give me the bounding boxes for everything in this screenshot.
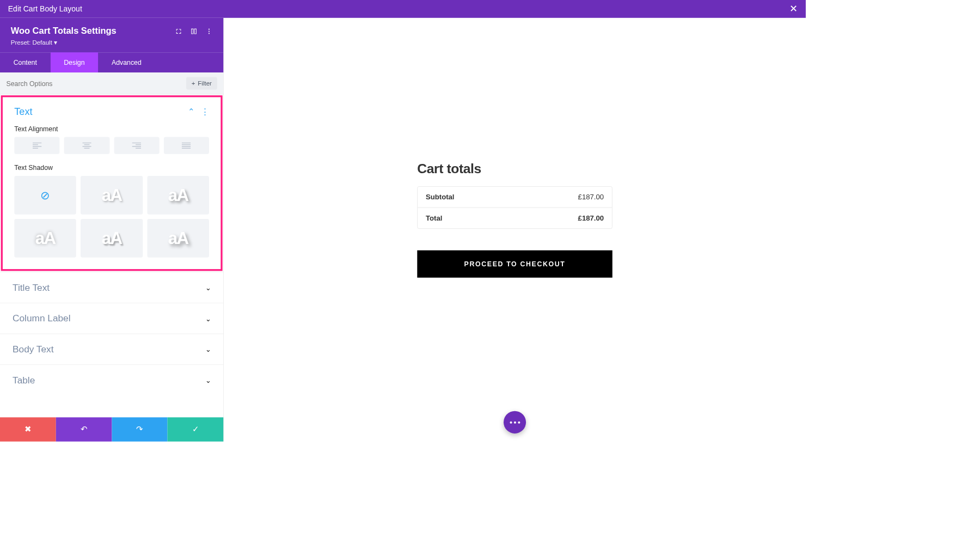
table-row: Subtotal £187.00 [418,187,612,208]
total-label: Total [426,214,578,222]
shadow-preset-1[interactable]: aA [81,176,143,215]
svg-rect-4 [33,144,38,145]
section-text-label: Text [14,106,32,118]
cart-totals-heading: Cart totals [417,161,612,176]
discard-button[interactable]: ✖ [0,417,56,441]
section-text-head[interactable]: Text ⌃ ⋮ [3,97,220,121]
dots-icon [510,421,520,423]
align-justify-button[interactable] [164,137,209,154]
svg-rect-12 [136,144,141,145]
chevron-down-icon: ⌄ [205,314,211,323]
redo-button[interactable]: ↷ [112,417,168,441]
svg-point-1 [209,30,210,32]
shadow-none-tile[interactable]: ⊘ [14,176,76,215]
align-right-button[interactable] [114,137,159,154]
subtotal-value: £187.00 [578,193,604,201]
text-section-highlight: Text ⌃ ⋮ Text Alignment Text Shadow ⊘ [1,95,223,271]
proceed-to-checkout-button[interactable]: PROCEED TO CHECKOUT [417,251,612,278]
subtotal-label: Subtotal [426,193,578,201]
svg-point-2 [209,33,210,34]
svg-rect-18 [182,148,191,149]
tab-content[interactable]: Content [0,52,51,72]
tab-advanced[interactable]: Advanced [98,52,155,72]
search-row: +Filter [0,72,223,94]
action-bar: ✖ ↶ ↷ ✓ [0,417,223,441]
sidebar-header: Woo Cart Totals Settings Preset: Default… [0,18,223,52]
filter-button[interactable]: +Filter [186,77,217,89]
preview-area: Cart totals Subtotal £187.00 Total £187.… [224,18,806,442]
svg-rect-13 [132,146,141,147]
chevron-down-icon: ⌄ [205,345,211,354]
section-table[interactable]: Table ⌄ [0,364,223,395]
text-alignment-label: Text Alignment [3,121,220,137]
top-bar-title: Edit Cart Body Layout [8,4,82,13]
svg-rect-3 [33,142,41,143]
close-icon[interactable]: ✕ [789,3,798,15]
svg-rect-10 [84,148,89,149]
cart-totals-table: Subtotal £187.00 Total £187.00 [417,186,612,229]
undo-icon: ↶ [81,424,87,434]
table-row: Total £187.00 [418,208,612,229]
align-left-button[interactable] [14,137,59,154]
cart-totals-module: Cart totals Subtotal £187.00 Total £187.… [417,161,612,278]
more-icon[interactable] [205,28,212,35]
shadow-preset-3[interactable]: aA [14,219,76,258]
shadow-preset-5[interactable]: aA [147,219,209,258]
section-body-text[interactable]: Body Text ⌄ [0,334,223,365]
svg-rect-16 [182,144,191,145]
redo-icon: ↷ [136,424,143,434]
align-center-button[interactable] [64,137,109,154]
no-shadow-icon: ⊘ [40,188,50,202]
section-more-icon[interactable]: ⋮ [201,107,209,117]
svg-rect-11 [132,142,141,143]
chevron-down-icon: ⌄ [205,283,211,292]
svg-rect-5 [33,146,41,147]
save-button[interactable]: ✓ [168,417,224,441]
section-title-text[interactable]: Title Text ⌄ [0,272,223,303]
svg-rect-8 [84,144,89,145]
settings-title: Woo Cart Totals Settings [11,26,117,36]
tabs: Content Design Advanced [0,52,223,72]
caret-down-icon: ▾ [54,39,57,46]
search-input[interactable] [7,80,186,87]
svg-rect-17 [182,146,191,147]
expand-icon[interactable] [175,28,182,35]
fab-more-button[interactable] [504,411,526,434]
plus-icon: + [192,80,195,87]
section-column-label[interactable]: Column Label ⌄ [0,303,223,334]
columns-icon[interactable] [190,28,197,35]
svg-rect-6 [33,148,38,149]
chevron-up-icon[interactable]: ⌃ [188,107,194,117]
close-icon: ✖ [24,424,31,434]
svg-point-0 [209,28,210,29]
svg-rect-7 [82,142,91,143]
tab-design[interactable]: Design [51,52,99,72]
svg-rect-15 [182,142,191,143]
shadow-preset-4[interactable]: aA [81,219,143,258]
chevron-down-icon: ⌄ [205,376,211,385]
svg-rect-14 [136,148,141,149]
undo-button[interactable]: ↶ [56,417,112,441]
top-bar: Edit Cart Body Layout ✕ [0,0,806,18]
preset-dropdown[interactable]: Preset: Default ▾ [11,39,213,46]
total-value: £187.00 [578,214,604,222]
text-shadow-label: Text Shadow [3,160,220,176]
svg-rect-9 [82,146,91,147]
sidebar: Woo Cart Totals Settings Preset: Default… [0,18,224,442]
shadow-preset-2[interactable]: aA [147,176,209,215]
check-icon: ✓ [192,424,199,434]
